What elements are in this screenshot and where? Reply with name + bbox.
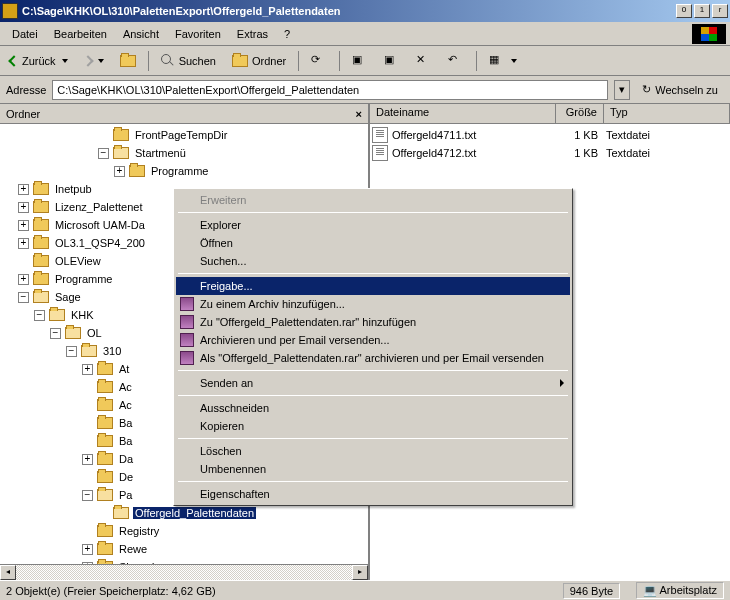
menu-bearbeiten[interactable]: Bearbeiten (46, 26, 115, 42)
rar-icon (180, 351, 194, 365)
text-file-icon (372, 145, 388, 161)
expand-icon[interactable]: + (18, 202, 29, 213)
ctx-archiv-email[interactable]: Archivieren und per Email versenden... (176, 331, 570, 349)
col-type[interactable]: Typ (604, 104, 730, 123)
copy-to-button[interactable]: ▣ (378, 50, 406, 72)
file-row[interactable]: Offergeld4712.txt 1 KB Textdatei (372, 144, 728, 162)
ctx-archiv-add[interactable]: Zu einem Archiv hinzufügen... (176, 295, 570, 313)
folder-up-icon (120, 55, 136, 67)
col-size[interactable]: Größe (556, 104, 604, 123)
menu-ansicht[interactable]: Ansicht (115, 26, 167, 42)
separator (178, 370, 568, 371)
tree-node[interactable]: +Rewe (2, 540, 366, 558)
tree-label: Registry (117, 525, 161, 537)
expand-icon[interactable]: + (82, 454, 93, 465)
file-type: Textdatei (606, 147, 728, 159)
column-headers: Dateiname Größe Typ (370, 104, 730, 124)
separator (339, 51, 340, 71)
collapse-icon[interactable]: − (18, 292, 29, 303)
address-dropdown[interactable]: ▾ (614, 80, 630, 100)
ctx-archiv-email-named[interactable]: Als "Offergeld_Palettendaten.rar" archiv… (176, 349, 570, 367)
menu-extras[interactable]: Extras (229, 26, 276, 42)
up-button[interactable] (114, 52, 142, 70)
tree-node-selected[interactable]: Offergeld_Palettendaten (2, 504, 366, 522)
dropdown-icon (511, 59, 517, 63)
search-button[interactable]: Suchen (155, 51, 222, 71)
file-name: Offergeld4711.txt (392, 129, 558, 141)
pane-title: Ordner (6, 108, 40, 120)
pane-close-button[interactable]: × (356, 108, 362, 120)
maximize-button[interactable]: 1 (694, 4, 710, 18)
address-label: Adresse (6, 84, 46, 96)
address-input[interactable] (52, 80, 608, 100)
folder-icon (33, 273, 49, 285)
dropdown-icon (62, 59, 68, 63)
expand-icon[interactable]: + (114, 166, 125, 177)
scroll-track[interactable] (16, 565, 352, 580)
collapse-icon[interactable]: − (34, 310, 45, 321)
ctx-senden-an[interactable]: Senden an (176, 374, 570, 392)
tree-node[interactable]: FrontPageTempDir (2, 126, 366, 144)
collapse-icon[interactable]: − (98, 148, 109, 159)
rar-icon (180, 315, 194, 329)
menu-help[interactable]: ? (276, 26, 298, 42)
tree-node[interactable]: +Programme (2, 162, 366, 180)
folder-icon (49, 309, 65, 321)
tree-label: Microsoft UAM-Da (53, 219, 147, 231)
col-name[interactable]: Dateiname (370, 104, 556, 123)
ctx-ausschneiden[interactable]: Ausschneiden (176, 399, 570, 417)
ctx-oeffnen[interactable]: Öffnen (176, 234, 570, 252)
folder-icon (97, 399, 113, 411)
collapse-icon[interactable]: − (66, 346, 77, 357)
ctx-freigabe[interactable]: Freigabe... (176, 277, 570, 295)
delete-button[interactable]: ✕ (410, 50, 438, 72)
expand-icon[interactable]: + (82, 364, 93, 375)
forward-button[interactable] (78, 54, 110, 68)
folder-icon (33, 183, 49, 195)
go-button[interactable]: ↻Wechseln zu (636, 81, 724, 98)
back-button[interactable]: Zurück (4, 52, 74, 70)
expand-icon[interactable]: + (82, 544, 93, 555)
ctx-archiv-add-named[interactable]: Zu "Offergeld_Palettendaten.rar" hinzufü… (176, 313, 570, 331)
scroll-left-button[interactable]: ◂ (0, 565, 16, 580)
folders-button[interactable]: Ordner (226, 52, 292, 70)
ctx-explorer[interactable]: Explorer (176, 216, 570, 234)
context-menu: Erweitern Explorer Öffnen Suchen... Frei… (173, 188, 573, 506)
separator (178, 273, 568, 274)
undo-button[interactable]: ↶ (442, 50, 470, 72)
collapse-icon[interactable]: − (82, 490, 93, 501)
expand-icon[interactable]: + (18, 220, 29, 231)
folder-icon (129, 165, 145, 177)
ctx-suchen[interactable]: Suchen... (176, 252, 570, 270)
expand-icon[interactable]: + (18, 274, 29, 285)
move-to-button[interactable]: ▣ (346, 50, 374, 72)
file-type: Textdatei (606, 129, 728, 141)
menu-favoriten[interactable]: Favoriten (167, 26, 229, 42)
ctx-umbenennen[interactable]: Umbenennen (176, 460, 570, 478)
tree-node[interactable]: Registry (2, 522, 366, 540)
ctx-loeschen[interactable]: Löschen (176, 442, 570, 460)
ctx-kopieren[interactable]: Kopieren (176, 417, 570, 435)
tree-label: Startmenü (133, 147, 188, 159)
minimize-button[interactable]: 0 (676, 4, 692, 18)
folder-icon (232, 55, 248, 67)
ctx-eigenschaften[interactable]: Eigenschaften (176, 485, 570, 503)
close-button[interactable]: r (712, 4, 728, 18)
scroll-right-button[interactable]: ▸ (352, 565, 368, 580)
collapse-icon[interactable]: − (50, 328, 61, 339)
views-button[interactable]: ▦ (483, 50, 523, 72)
horizontal-scrollbar[interactable]: ◂ ▸ (0, 564, 368, 580)
expand-icon[interactable]: + (18, 184, 29, 195)
tree-label: Offergeld_Palettendaten (133, 507, 256, 519)
expand-icon[interactable]: + (18, 238, 29, 249)
file-row[interactable]: Offergeld4711.txt 1 KB Textdatei (372, 126, 728, 144)
tree-node[interactable]: −Startmenü (2, 144, 366, 162)
history-button[interactable]: ⟳ (305, 50, 333, 72)
statusbar: 2 Objekt(e) (Freier Speicherplatz: 4,62 … (0, 580, 730, 600)
addressbar: Adresse ▾ ↻Wechseln zu (0, 76, 730, 104)
rar-icon (180, 333, 194, 347)
menu-datei[interactable]: Datei (4, 26, 46, 42)
folder-icon (97, 435, 113, 447)
ctx-erweitern: Erweitern (176, 191, 570, 209)
ctx-label: Archivieren und per Email versenden... (200, 334, 390, 346)
